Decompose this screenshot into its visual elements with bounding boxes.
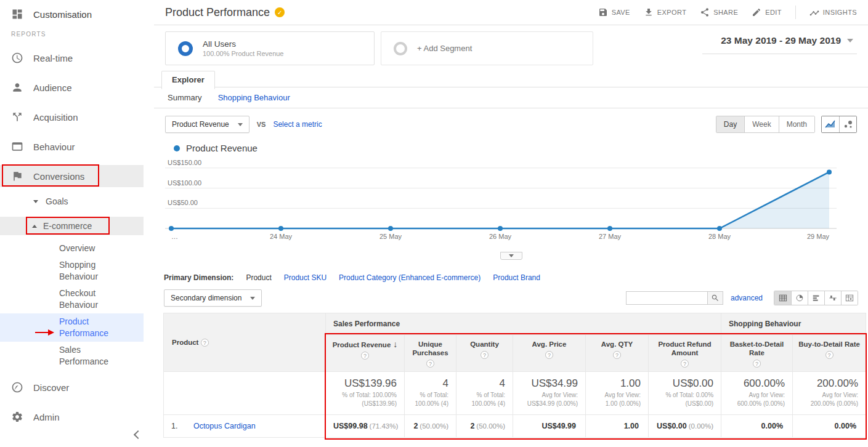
date-range-picker[interactable]: 23 May 2019 - 29 May 2019 (702, 31, 857, 54)
select-metric-link[interactable]: Select a metric (273, 120, 322, 129)
subtab-summary[interactable]: Summary (168, 93, 202, 102)
svg-text:24 May: 24 May (270, 233, 293, 240)
chevron-down-icon (250, 297, 255, 300)
totals-product-cell (164, 372, 326, 415)
metric-cell: 2(50.00%) (456, 415, 513, 438)
column-avg-price[interactable]: Avg. Price ? (513, 335, 586, 372)
granularity-month-button[interactable]: Month (779, 116, 814, 132)
column-unique-purchases[interactable]: Unique Purchases ? (405, 335, 456, 372)
sidebar-item-realtime[interactable]: Real-time (0, 43, 154, 73)
edit-button[interactable]: EDIT (752, 7, 782, 17)
sidebar-item-product-performance[interactable]: Product Performance (0, 313, 144, 342)
product-link[interactable]: Octopus Cardigan (193, 422, 256, 430)
metric-cell: 1.00 (586, 415, 649, 438)
revenue-chart-svg[interactable]: US$50.00US$100.00US$150.00…24 May25 May2… (165, 155, 837, 248)
column-quantity[interactable]: Quantity ? (456, 335, 513, 372)
clock-icon (11, 52, 23, 64)
gear-icon (11, 411, 23, 423)
advanced-search-link[interactable]: advanced (731, 294, 763, 302)
discover-label: Discover (33, 382, 69, 393)
help-icon[interactable]: ? (361, 352, 369, 360)
performance-view-button[interactable] (808, 291, 824, 305)
metric-cell: 0.00% (793, 415, 866, 438)
column-buy-to-detail[interactable]: Buy-to-Detail Rate ? (793, 335, 866, 372)
svg-text:US$50.00: US$50.00 (168, 199, 198, 206)
share-button[interactable]: SHARE (700, 7, 738, 17)
data-table-view-button[interactable] (774, 291, 791, 305)
chart-collapse-toggle[interactable] (500, 252, 522, 260)
search-input[interactable] (626, 291, 707, 305)
sidebar-item-shopping-behaviour[interactable]: Shopping Behaviour (0, 257, 144, 285)
svg-text:…: … (171, 233, 178, 240)
sidebar-item-behaviour[interactable]: Behaviour (0, 132, 154, 161)
metric-toolbar: Product Revenue VS Select a metric Day W… (154, 108, 868, 133)
save-button[interactable]: SAVE (598, 7, 630, 17)
metric-dropdown[interactable]: Product Revenue (165, 116, 249, 133)
motion-chart-view-button[interactable] (839, 116, 856, 132)
dimension-product-brand[interactable]: Product Brand (493, 273, 540, 282)
svg-text:29 May: 29 May (807, 233, 830, 240)
dimension-product[interactable]: Product (246, 273, 271, 282)
column-avg-qty[interactable]: Avg. QTY ? (586, 335, 649, 372)
search-icon (711, 294, 720, 302)
help-icon[interactable]: ? (481, 351, 489, 359)
segment-subtitle: 100.00% Product Revenue (203, 50, 283, 57)
help-icon[interactable]: ? (825, 351, 834, 359)
totals-row: US$139.96% of Total: 100.00%(US$139.96) … (164, 372, 866, 415)
sidebar-item-ecommerce[interactable]: E-commerce (0, 217, 144, 235)
svg-text:26 May: 26 May (489, 233, 512, 240)
main-content: Product Performance ✓ SAVE EXPORT SHARE … (154, 0, 868, 438)
sidebar-item-customisation[interactable]: Customisation (0, 0, 154, 28)
granularity-week-button[interactable]: Week (744, 116, 778, 132)
help-icon[interactable]: ? (545, 351, 553, 359)
compass-icon (11, 381, 23, 393)
sidebar-item-admin[interactable]: Admin (0, 402, 154, 432)
table-view-icon (779, 294, 787, 302)
granularity-day-button[interactable]: Day (716, 116, 744, 132)
help-icon[interactable]: ? (426, 360, 434, 368)
comparison-view-button[interactable] (824, 291, 841, 305)
sidebar-item-acquisition[interactable]: Acquisition (0, 102, 154, 132)
column-product-refund-amount[interactable]: Product Refund Amount ? (649, 335, 721, 372)
annotation-arrow-product-performance (35, 332, 49, 333)
column-product[interactable]: Product ? (164, 313, 326, 372)
column-basket-to-detail[interactable]: Basket-to-Detail Rate ? (721, 335, 793, 372)
sidebar-item-goals[interactable]: Goals (0, 191, 154, 212)
group-header-row: Product ? Sales Performance Shopping Beh… (164, 313, 866, 335)
sidebar-item-audience[interactable]: Audience (0, 73, 154, 102)
add-segment-button[interactable]: + Add Segment (381, 31, 593, 65)
line-chart-view-button[interactable] (822, 116, 839, 132)
dimension-product-category[interactable]: Product Category (Enhanced E-commerce) (339, 273, 481, 282)
chevron-down-icon (238, 123, 243, 126)
product-table-wrap: Product ? Sales Performance Shopping Beh… (163, 313, 866, 438)
column-product-revenue[interactable]: Product Revenue↓ ? (326, 335, 405, 372)
help-icon[interactable]: ? (201, 339, 209, 347)
percentage-view-button[interactable] (791, 291, 808, 305)
legend-label: Product Revenue (186, 143, 258, 153)
help-icon[interactable]: ? (681, 360, 689, 368)
group-sales-performance: Sales Performance (326, 313, 721, 335)
secondary-dimension-dropdown[interactable]: Secondary dimension (164, 289, 262, 307)
header-actions: SAVE EXPORT SHARE EDIT INSIGHTS (598, 6, 857, 19)
sidebar-item-conversions[interactable]: Conversions (0, 161, 154, 191)
collapse-sidebar-icon[interactable] (132, 430, 142, 440)
subtab-shopping-behaviour[interactable]: Shopping Behaviour (218, 93, 290, 102)
sidebar-item-sales-performance[interactable]: Sales Performance (0, 342, 144, 370)
segment-title: All Users (203, 39, 283, 49)
help-icon[interactable]: ? (753, 360, 761, 368)
export-button[interactable]: EXPORT (644, 7, 686, 17)
sidebar-item-discover[interactable]: Discover (0, 372, 154, 402)
sort-desc-icon[interactable]: ↓ (393, 339, 397, 349)
sidebar-item-overview[interactable]: Overview (0, 240, 144, 257)
metric-cell: US$99.98(71.43%) (326, 415, 405, 438)
pivot-view-button[interactable] (841, 291, 858, 305)
chart-legend: Product Revenue (174, 143, 868, 153)
line-chart-icon (825, 119, 836, 129)
dimension-product-sku[interactable]: Product SKU (284, 273, 327, 282)
sidebar-item-checkout-behaviour[interactable]: Checkout Behaviour (0, 285, 144, 313)
insights-button[interactable]: INSIGHTS (809, 7, 857, 17)
segment-all-users[interactable]: All Users 100.00% Product Revenue (165, 31, 375, 65)
search-button[interactable] (707, 291, 723, 305)
tab-explorer[interactable]: Explorer (161, 71, 215, 89)
help-icon[interactable]: ? (613, 351, 621, 359)
